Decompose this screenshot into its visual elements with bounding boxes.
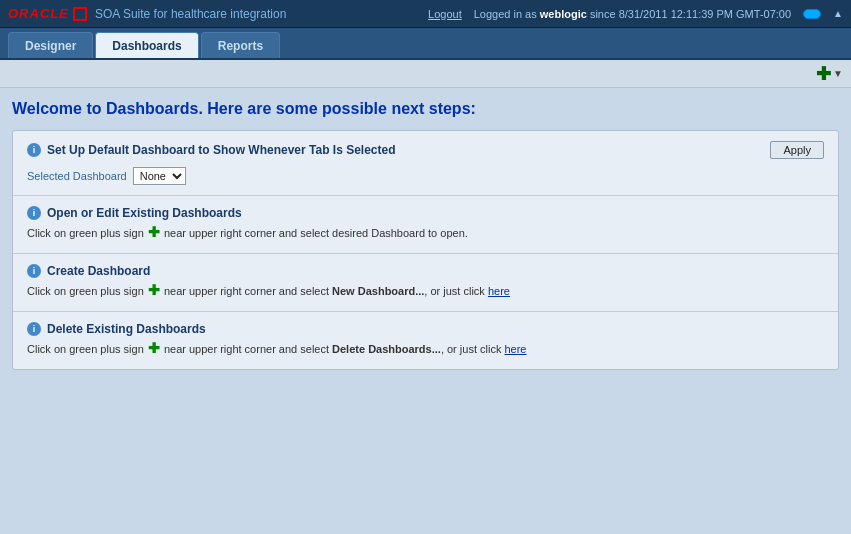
step1-header: i Set Up Default Dashboard to Show Whene…: [27, 141, 824, 159]
logged-in-prefix: Logged in as: [474, 8, 540, 20]
step4-bold: Delete Dashboards...: [332, 343, 441, 355]
step2-info-icon: i: [27, 206, 41, 220]
tabbar: Designer Dashboards Reports: [0, 28, 851, 60]
step3-desc-middle: near upper right corner and select: [161, 285, 332, 297]
tab-reports[interactable]: Reports: [201, 32, 280, 58]
step2-plus-icon: ✚: [148, 222, 160, 243]
scroll-up-icon[interactable]: ▲: [833, 8, 843, 19]
step2-title: Open or Edit Existing Dashboards: [47, 206, 242, 220]
steps-panel: i Set Up Default Dashboard to Show Whene…: [12, 130, 839, 370]
step4-desc-middle: near upper right corner and select: [161, 343, 332, 355]
step2-title-row: i Open or Edit Existing Dashboards: [27, 206, 824, 220]
step4-title: Delete Existing Dashboards: [47, 322, 206, 336]
step1-controls: Selected Dashboard None: [27, 167, 824, 185]
step4-info-icon: i: [27, 322, 41, 336]
header: ORACLE SOA Suite for healthcare integrat…: [0, 0, 851, 28]
step-delete-dashboard: i Delete Existing Dashboards Click on gr…: [13, 312, 838, 369]
step3-plus-icon: ✚: [148, 280, 160, 301]
step1-title-row: i Set Up Default Dashboard to Show Whene…: [27, 143, 396, 157]
logged-in-suffix: since 8/31/2011 12:11:39 PM GMT-07:00: [587, 8, 791, 20]
step4-desc-prefix: Click on green plus sign: [27, 343, 147, 355]
step2-desc-prefix: Click on green plus sign: [27, 227, 147, 239]
logout-link[interactable]: Logout: [428, 8, 462, 20]
tab-dashboards[interactable]: Dashboards: [95, 32, 198, 58]
step-open-edit: i Open or Edit Existing Dashboards Click…: [13, 196, 838, 254]
tab-reports-label: Reports: [218, 39, 263, 53]
step3-title-row: i Create Dashboard: [27, 264, 824, 278]
step3-here-link[interactable]: here: [488, 285, 510, 297]
step2-desc-suffix: near upper right corner and select desir…: [161, 227, 468, 239]
header-right: Logout Logged in as weblogic since 8/31/…: [428, 8, 843, 20]
add-button[interactable]: ✚ ▼: [816, 63, 843, 85]
main-content: Welcome to Dashboards. Here are some pos…: [0, 88, 851, 382]
dashboard-select[interactable]: None: [133, 167, 186, 185]
step-create-dashboard: i Create Dashboard Click on green plus s…: [13, 254, 838, 312]
step4-plus-icon: ✚: [148, 338, 160, 359]
oracle-logo: ORACLE: [8, 6, 87, 21]
plus-icon: ✚: [816, 63, 831, 85]
app-title: SOA Suite for healthcare integration: [95, 7, 286, 21]
logged-in-info: Logged in as weblogic since 8/31/2011 12…: [474, 8, 791, 20]
header-left: ORACLE SOA Suite for healthcare integrat…: [8, 6, 286, 21]
step4-desc: Click on green plus sign ✚ near upper ri…: [27, 338, 824, 359]
step4-title-row: i Delete Existing Dashboards: [27, 322, 824, 336]
username: weblogic: [540, 8, 587, 20]
step3-desc: Click on green plus sign ✚ near upper ri…: [27, 280, 824, 301]
toolbar-row: ✚ ▼: [0, 60, 851, 88]
status-indicator: [803, 9, 821, 19]
tab-designer[interactable]: Designer: [8, 32, 93, 58]
step4-here-link[interactable]: here: [504, 343, 526, 355]
step3-title: Create Dashboard: [47, 264, 150, 278]
apply-button[interactable]: Apply: [770, 141, 824, 159]
welcome-title: Welcome to Dashboards. Here are some pos…: [12, 100, 839, 118]
tab-dashboards-label: Dashboards: [112, 39, 181, 53]
oracle-box-icon: [73, 7, 87, 21]
step3-info-icon: i: [27, 264, 41, 278]
step1-title: Set Up Default Dashboard to Show Wheneve…: [47, 143, 396, 157]
dropdown-arrow-icon: ▼: [833, 68, 843, 79]
selected-dashboard-label: Selected Dashboard: [27, 170, 127, 182]
tab-designer-label: Designer: [25, 39, 76, 53]
step2-desc: Click on green plus sign ✚ near upper ri…: [27, 222, 824, 243]
step3-desc-prefix: Click on green plus sign: [27, 285, 147, 297]
step3-desc-middle2: , or just click: [424, 285, 488, 297]
oracle-wordmark: ORACLE: [8, 6, 69, 21]
step-default-dashboard: i Set Up Default Dashboard to Show Whene…: [13, 131, 838, 196]
step4-desc-middle2: , or just click: [441, 343, 505, 355]
step1-info-icon: i: [27, 143, 41, 157]
step3-bold: New Dashboard...: [332, 285, 424, 297]
